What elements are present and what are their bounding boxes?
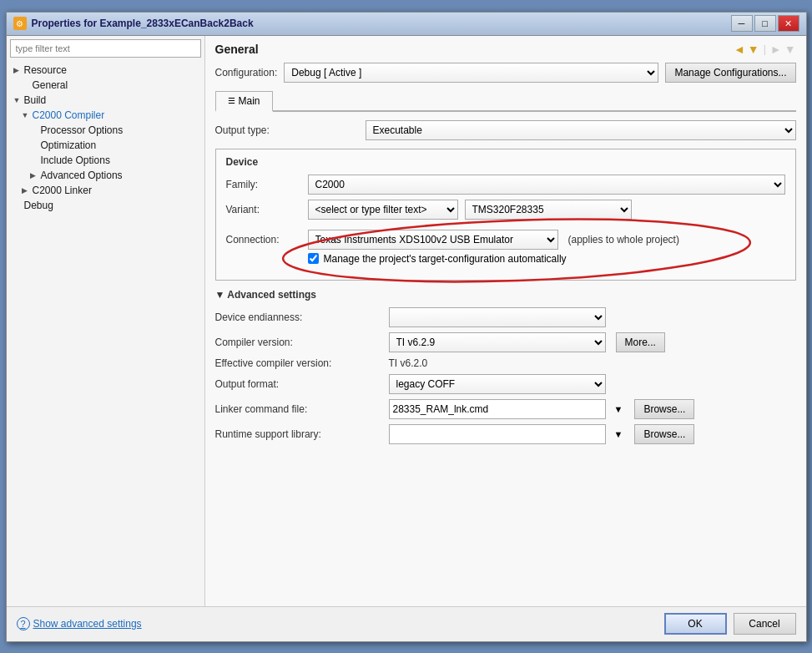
show-advanced-link[interactable]: ? Show advanced settings	[17, 617, 142, 630]
forward-dropdown-icon[interactable]: ▼	[784, 43, 796, 56]
sidebar-item-c2000-compiler[interactable]: ▼ C2000 Compiler	[18, 108, 201, 123]
sidebar-item-label: Debug	[24, 200, 53, 211]
right-panel: General ◄ ▼ | ► ▼ Configuration: Debug […	[205, 36, 806, 606]
linker-cmd-input[interactable]	[389, 399, 606, 419]
forward-button[interactable]: ►	[770, 43, 782, 56]
filter-input[interactable]	[10, 39, 201, 58]
sidebar-item-label: C2000 Linker	[33, 185, 92, 196]
tab-label: Main	[239, 95, 260, 107]
close-button[interactable]: ✕	[778, 15, 799, 32]
sidebar-item-label: Resource	[24, 64, 67, 76]
manage-config-checkbox[interactable]	[308, 253, 319, 264]
family-row: Family: C2000	[226, 175, 785, 195]
arrow-icon: ▶	[22, 186, 30, 195]
maximize-button[interactable]: □	[754, 15, 776, 32]
sidebar-item-label: Include Options	[41, 154, 110, 166]
ok-button[interactable]: OK	[664, 613, 727, 635]
sidebar-item-c2000-linker[interactable]: ▶ C2000 Linker	[18, 183, 201, 198]
connection-select[interactable]: Texas Instruments XDS100v2 USB Emulator	[308, 230, 558, 250]
output-format-label: Output format:	[215, 378, 382, 390]
runtime-support-input[interactable]	[389, 424, 606, 444]
arrow-icon: ▶	[30, 171, 38, 180]
sidebar-item-label: Build	[24, 94, 47, 106]
back-dropdown-icon[interactable]: ▼	[748, 43, 759, 56]
minimize-button[interactable]: ─	[731, 15, 753, 32]
device-endianness-row: Device endianness:	[215, 307, 796, 327]
connection-note: (applies to whole project)	[568, 234, 679, 246]
advanced-settings-section: ▼ Advanced settings Device endianness: C…	[215, 289, 796, 449]
bottom-bar: ? Show advanced settings OK Cancel	[7, 606, 806, 641]
sidebar-item-label: Advanced Options	[41, 170, 123, 181]
manage-config-row: Manage the project's target-configuratio…	[308, 253, 785, 265]
sidebar-item-label: Processor Options	[41, 124, 124, 136]
runtime-support-row: Runtime support library: ▼ Browse...	[215, 424, 796, 444]
sidebar-item-processor-options[interactable]: Processor Options	[27, 123, 201, 138]
output-format-select[interactable]: legacy COFF	[389, 374, 606, 394]
device-endianness-label: Device endianness:	[215, 311, 382, 323]
sidebar-item-advanced-options[interactable]: ▶ Advanced Options	[27, 168, 201, 183]
configuration-label: Configuration:	[215, 67, 278, 78]
effective-compiler-value: TI v6.2.0	[389, 357, 428, 369]
effective-compiler-row: Effective compiler version: TI v6.2.0	[215, 357, 796, 369]
family-select[interactable]: C2000	[308, 175, 785, 195]
help-icon: ?	[17, 617, 30, 630]
output-type-select[interactable]: Executable	[366, 120, 796, 140]
connection-label: Connection:	[226, 234, 301, 246]
navigation-arrows: ◄ ▼ | ► ▼	[734, 43, 796, 56]
manage-configurations-button[interactable]: Manage Configurations...	[665, 63, 795, 83]
panel-header: General ◄ ▼ | ► ▼	[215, 43, 796, 56]
configuration-select[interactable]: Debug [ Active ]	[284, 63, 658, 83]
device-section: Device Family: C2000 Variant: <select or…	[215, 149, 796, 281]
window-controls: ─ □ ✕	[731, 15, 799, 32]
family-label: Family:	[226, 179, 301, 190]
more-button[interactable]: More...	[616, 332, 665, 352]
linker-dropdown-arrow[interactable]: ▼	[614, 404, 623, 414]
runtime-browse-button[interactable]: Browse...	[634, 424, 694, 444]
sidebar-item-label: Optimization	[41, 139, 97, 151]
title-bar: ⚙ Properties for Example_2833xECanBack2B…	[7, 13, 806, 36]
sidebar-item-general[interactable]: General	[18, 78, 201, 93]
cancel-button[interactable]: Cancel	[734, 613, 796, 635]
tab-main[interactable]: ☰ Main	[215, 91, 273, 112]
window-icon: ⚙	[13, 17, 27, 30]
panel-title: General	[215, 43, 259, 56]
sidebar-item-debug[interactable]: Debug	[10, 198, 201, 213]
arrow-icon: ▼	[13, 96, 22, 104]
compiler-version-label: Compiler version:	[215, 337, 382, 348]
window-title: Properties for Example_2833xECanBack2Bac…	[32, 18, 726, 29]
runtime-support-label: Runtime support library:	[215, 428, 382, 440]
main-window: ⚙ Properties for Example_2833xECanBack2B…	[6, 12, 807, 642]
sidebar-item-label: C2000 Compiler	[33, 109, 105, 121]
variant-row: Variant: <select or type filter text> TM…	[226, 200, 785, 220]
linker-cmd-label: Linker command file:	[215, 403, 382, 415]
sidebar-item-label: General	[33, 79, 68, 91]
sidebar-item-resource[interactable]: ▶ Resource	[10, 63, 201, 78]
compiler-version-select[interactable]: TI v6.2.9	[389, 332, 606, 352]
connection-area: Connection: Texas Instruments XDS100v2 U…	[226, 225, 785, 273]
linker-browse-button[interactable]: Browse...	[634, 399, 694, 419]
tab-icon: ☰	[228, 96, 235, 105]
device-endianness-select[interactable]	[389, 307, 606, 327]
variant-value-select[interactable]: TMS320F28335	[465, 200, 632, 220]
tab-bar: ☰ Main	[215, 91, 796, 112]
configuration-row: Configuration: Debug [ Active ] Manage C…	[215, 63, 796, 83]
sidebar-item-include-options[interactable]: Include Options	[27, 153, 201, 168]
variant-filter-select[interactable]: <select or type filter text>	[308, 200, 458, 220]
show-advanced-label: Show advanced settings	[33, 618, 142, 630]
runtime-dropdown-arrow[interactable]: ▼	[614, 429, 623, 439]
arrow-icon: ▶	[13, 66, 22, 74]
sidebar-item-optimization[interactable]: Optimization	[27, 138, 201, 153]
arrow-icon: ▼	[22, 111, 30, 119]
manage-config-label: Manage the project's target-configuratio…	[324, 253, 567, 265]
compiler-version-row: Compiler version: TI v6.2.9 More...	[215, 332, 796, 352]
output-type-row: Output type: Executable	[215, 120, 796, 140]
svg-point-0	[281, 216, 750, 285]
sidebar-item-build[interactable]: ▼ Build	[10, 93, 201, 108]
output-format-row: Output format: legacy COFF	[215, 374, 796, 394]
red-ellipse-svg	[275, 216, 759, 285]
back-button[interactable]: ◄	[734, 43, 745, 56]
variant-label: Variant:	[226, 204, 301, 215]
device-section-title: Device	[226, 156, 785, 168]
connection-row: Connection: Texas Instruments XDS100v2 U…	[226, 230, 785, 250]
advanced-settings-title: ▼ Advanced settings	[215, 289, 796, 301]
